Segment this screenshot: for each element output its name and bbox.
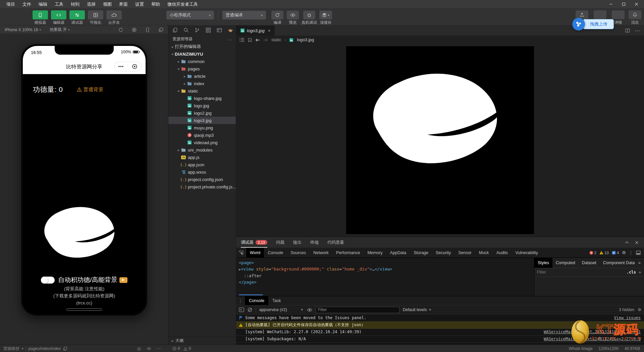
tree-item-common[interactable]: ▸common bbox=[168, 58, 236, 65]
devtools-tab-Network[interactable]: Network bbox=[310, 248, 332, 257]
menu-item-1[interactable]: 文件 bbox=[19, 0, 35, 8]
toolbar-button-消息[interactable]: 消息 bbox=[629, 10, 641, 25]
log-levels-dropdown[interactable]: Default levels ▼ bbox=[403, 307, 432, 312]
debugger-tab-问题[interactable]: 问题 bbox=[276, 237, 284, 248]
issues-icon-group[interactable]: 4 bbox=[612, 251, 619, 255]
files-icon[interactable] bbox=[172, 27, 178, 33]
add-style-icon[interactable]: + bbox=[639, 270, 641, 275]
console-tab-Console[interactable]: Console bbox=[245, 296, 268, 305]
blocks-icon[interactable] bbox=[206, 27, 211, 33]
menu-item-7[interactable]: 界面 bbox=[115, 0, 131, 8]
menu-item-0[interactable]: 项目 bbox=[3, 0, 19, 8]
rotate-icon[interactable] bbox=[118, 27, 123, 32]
more-dots-icon[interactable]: ••• bbox=[114, 62, 128, 71]
devtools-tab-Security[interactable]: Security bbox=[432, 248, 454, 257]
tree-item-qiaoji.mp3[interactable]: qiaoji.mp3 bbox=[168, 131, 236, 139]
home-circle-icon[interactable] bbox=[128, 64, 142, 69]
wxml-code-line[interactable]: ▶<view style="background:#000000;" class… bbox=[239, 266, 534, 273]
tree-item-logo3.jpg[interactable]: logo3.jpg bbox=[168, 117, 236, 124]
search-icon[interactable] bbox=[183, 27, 189, 33]
debugger-tab-输出[interactable]: 输出 bbox=[293, 237, 302, 248]
warning-icon-group[interactable]: 13 bbox=[599, 251, 609, 255]
outline-section[interactable]: ▸ 大纲 bbox=[168, 337, 236, 345]
devtools-tab-Sensor[interactable]: Sensor bbox=[454, 248, 475, 257]
split-editor-icon[interactable] bbox=[625, 28, 630, 33]
auto-toggle-switch[interactable] bbox=[41, 277, 55, 284]
devtools-tab-Wxml[interactable]: Wxml bbox=[246, 248, 264, 257]
eye-icon[interactable] bbox=[147, 347, 151, 350]
action-button-清缓存[interactable]: ▾ 清缓存 bbox=[319, 11, 332, 25]
more-dots-icon[interactable]: ⋯ bbox=[635, 27, 640, 34]
cloud-disk-icon[interactable] bbox=[572, 18, 585, 31]
background-badge[interactable]: 普通背景 bbox=[77, 86, 103, 93]
tree-item-0[interactable]: ▸打开的编辑器 bbox=[168, 43, 236, 50]
debugger-tab-代码质量[interactable]: 代码质量 bbox=[327, 237, 344, 248]
back-arrow-icon[interactable] bbox=[255, 38, 260, 42]
breadcrumb-file[interactable]: logo3.jpg bbox=[297, 38, 314, 42]
close-icon[interactable] bbox=[631, 0, 642, 8]
hot-reload-selector[interactable]: 热重载 开 ▾ bbox=[50, 27, 70, 33]
devtools-tab-Storage[interactable]: Storage bbox=[410, 248, 432, 257]
context-dropdown[interactable]: appservice (#2) ▼ bbox=[259, 307, 304, 312]
frame-icon[interactable] bbox=[217, 27, 222, 33]
styles-filter-input[interactable] bbox=[537, 270, 624, 275]
menu-item-5[interactable]: 选择 bbox=[83, 0, 99, 8]
tree-item-index[interactable]: ▸index bbox=[168, 80, 236, 87]
close-panel-icon[interactable] bbox=[635, 241, 639, 244]
tree-item-article[interactable]: ▸article bbox=[168, 72, 236, 80]
tree-item-logo2.jpg[interactable]: logo2.jpg bbox=[168, 109, 236, 117]
problems-indicator[interactable]: 0 0 bbox=[172, 345, 191, 352]
more-dots-icon[interactable]: ... bbox=[227, 37, 232, 41]
teapot-icon[interactable] bbox=[228, 28, 233, 32]
gear-icon[interactable]: ⚙ bbox=[638, 307, 641, 312]
toolbar-button-可视化[interactable]: 可视化 bbox=[88, 10, 104, 25]
maximize-icon[interactable] bbox=[618, 0, 629, 8]
menu-item-9[interactable]: 帮助 bbox=[148, 0, 164, 8]
clear-console-icon[interactable] bbox=[248, 307, 252, 312]
toolbar-button-调试器[interactable]: 调试器 bbox=[69, 10, 85, 25]
menu-item-2[interactable]: 编辑 bbox=[35, 0, 51, 8]
wxml-code-line[interactable]: </page> bbox=[239, 279, 534, 285]
mode-dropdown[interactable]: 小程序模式 ▾ bbox=[166, 11, 214, 19]
bug-icon[interactable] bbox=[137, 347, 141, 351]
tree-item-app.js[interactable]: JSapp.js bbox=[168, 154, 236, 161]
tree-item-muyu.png[interactable]: muyu.png bbox=[168, 124, 236, 131]
menu-item-6[interactable]: 视图 bbox=[99, 0, 115, 8]
devtools-tab-Sources[interactable]: Sources bbox=[287, 248, 310, 257]
horizontal-scrollbar[interactable] bbox=[239, 294, 263, 295]
device-icon[interactable] bbox=[145, 27, 150, 32]
page-path-label[interactable]: 页面路径 bbox=[3, 346, 19, 352]
forward-arrow-icon[interactable] bbox=[263, 38, 268, 42]
console-tab-Task[interactable]: Task bbox=[268, 296, 285, 305]
eye-icon[interactable] bbox=[307, 308, 312, 312]
device-selector[interactable]: iPhone X 100% 16 ▾ bbox=[5, 27, 41, 32]
kebab-icon[interactable]: ⋮ bbox=[236, 298, 245, 303]
styles-tab-Styles[interactable]: Styles bbox=[534, 258, 552, 268]
dock-icon-group[interactable] bbox=[636, 250, 641, 255]
tree-item-project.config.json[interactable]: {.}project.config.json bbox=[168, 176, 236, 183]
styles-tab-Computed[interactable]: Computed bbox=[552, 258, 579, 268]
debugger-tab-终端[interactable]: 终端 bbox=[310, 237, 319, 248]
tree-item-uni_modules[interactable]: ▸uni_modules bbox=[168, 146, 236, 154]
collapse-panel-icon[interactable] bbox=[625, 241, 629, 244]
inspect-element-icon[interactable] bbox=[236, 248, 246, 257]
gear-icon-group[interactable]: ⚙ bbox=[622, 250, 626, 255]
muyu-graphic[interactable] bbox=[39, 203, 125, 270]
console-sidebar-icon[interactable] bbox=[239, 307, 244, 312]
copy-icon[interactable] bbox=[63, 347, 67, 351]
tree-item-project.private.config.js...[interactable]: {.}project.private.config.js... bbox=[168, 183, 236, 190]
bookmark-icon[interactable] bbox=[248, 38, 252, 42]
toolbar-button-云开发[interactable]: 云开发 bbox=[106, 10, 122, 25]
tree-item-logo.jpg[interactable]: logo.jpg bbox=[168, 102, 236, 109]
kebab-icon-group[interactable]: ⋮ bbox=[629, 250, 633, 255]
tree-item-app.wxss[interactable]: app.wxss bbox=[168, 168, 236, 176]
list-icon[interactable] bbox=[239, 38, 245, 42]
action-button-真机调试[interactable]: 真机调试 bbox=[302, 11, 317, 25]
menu-item-10[interactable]: 微信开发者工具 bbox=[164, 0, 202, 8]
menu-item-3[interactable]: 工具 bbox=[51, 0, 67, 8]
devtools-tab-AppData[interactable]: AppData bbox=[386, 248, 410, 257]
devtools-tab-Audits[interactable]: Audits bbox=[493, 248, 512, 257]
devtools-tab-Performance[interactable]: Performance bbox=[332, 248, 364, 257]
tree-item-DIANZIMUYU[interactable]: ▾DIANZIMUYU bbox=[168, 50, 236, 58]
menu-item-8[interactable]: 设置 bbox=[131, 0, 148, 8]
